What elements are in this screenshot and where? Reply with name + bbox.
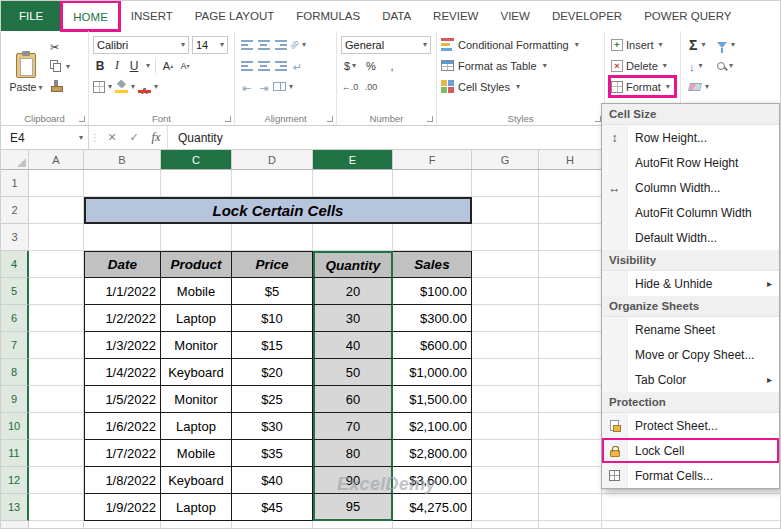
conditional-formatting-button[interactable]: Conditional Formatting: [441, 34, 600, 55]
cell-G1[interactable]: [472, 170, 539, 197]
cell-A3[interactable]: [29, 224, 84, 251]
table-cell-E6[interactable]: 30: [313, 305, 393, 332]
cell-D1[interactable]: [232, 170, 313, 197]
sort-filter-button[interactable]: [713, 34, 739, 55]
table-cell-C5[interactable]: Mobile: [161, 278, 232, 305]
cell-H10[interactable]: [539, 413, 602, 440]
cell-H7[interactable]: [539, 332, 602, 359]
table-cell-E9[interactable]: 60: [313, 386, 393, 413]
cell-C3[interactable]: [161, 224, 232, 251]
number-format-select[interactable]: General: [341, 36, 431, 54]
table-header-price[interactable]: Price: [232, 251, 313, 278]
cell-H4[interactable]: [539, 251, 602, 278]
table-header-sales[interactable]: Sales: [393, 251, 472, 278]
decrease-font-size-button[interactable]: [178, 57, 192, 75]
borders-button[interactable]: [93, 78, 112, 96]
dialog-launcher-icon[interactable]: [225, 116, 231, 122]
menu-item-default-width[interactable]: Default Width...: [602, 225, 779, 250]
decrease-indent-button[interactable]: [239, 78, 254, 96]
row-header-2[interactable]: 2: [1, 197, 29, 224]
font-name-select[interactable]: Calibri: [93, 36, 189, 54]
table-cell-D10[interactable]: $30: [232, 413, 313, 440]
column-header-E[interactable]: E: [313, 150, 393, 169]
align-bottom-button[interactable]: [273, 36, 288, 54]
paste-button[interactable]: Paste: [5, 34, 47, 112]
clear-button[interactable]: [685, 76, 713, 97]
insert-button[interactable]: Insert: [609, 34, 676, 55]
tab-home[interactable]: HOME: [61, 1, 120, 31]
table-cell-E8[interactable]: 50: [313, 359, 393, 386]
align-middle-button[interactable]: [256, 36, 271, 54]
table-cell-D13[interactable]: $45: [232, 494, 313, 521]
table-cell-C8[interactable]: Keyboard: [161, 359, 232, 386]
cancel-icon[interactable]: ✕: [101, 126, 123, 149]
cell-H9[interactable]: [539, 386, 602, 413]
table-cell-D12[interactable]: $40: [232, 467, 313, 494]
decrease-decimal-button[interactable]: .00: [362, 78, 380, 96]
cell-E3[interactable]: [313, 224, 393, 251]
cell-G11[interactable]: [472, 440, 539, 467]
table-cell-F8[interactable]: $1,000.00: [393, 359, 472, 386]
cell-H6[interactable]: [539, 305, 602, 332]
cut-button[interactable]: ✂: [47, 38, 83, 57]
tab-insert[interactable]: INSERT: [120, 1, 184, 31]
dialog-launcher-icon[interactable]: [427, 116, 433, 122]
cell-G12[interactable]: [472, 467, 539, 494]
title-cell[interactable]: Lock Certain Cells: [84, 197, 472, 224]
copy-button[interactable]: [47, 57, 83, 76]
table-cell-E10[interactable]: 70: [313, 413, 393, 440]
cell-G13[interactable]: [472, 494, 539, 521]
cell-H12[interactable]: [539, 467, 602, 494]
table-cell-C6[interactable]: Laptop: [161, 305, 232, 332]
table-cell-B5[interactable]: 1/1/2022: [84, 278, 161, 305]
tab-view[interactable]: VIEW: [489, 1, 540, 31]
row-header-4[interactable]: 4: [1, 251, 29, 278]
row-header-6[interactable]: 6: [1, 305, 29, 332]
cell-E1[interactable]: [313, 170, 393, 197]
tab-data[interactable]: DATA: [371, 1, 422, 31]
tab-developer[interactable]: DEVELOPER: [541, 1, 633, 31]
dialog-launcher-icon[interactable]: [327, 116, 333, 122]
row-header-7[interactable]: 7: [1, 332, 29, 359]
menu-item-hide-unhide[interactable]: Hide & Unhide▸: [602, 271, 779, 296]
table-cell-F11[interactable]: $2,800.00: [393, 440, 472, 467]
cell-Ex[interactable]: [313, 521, 393, 529]
cell-H13[interactable]: [539, 494, 602, 521]
cell-A4[interactable]: [29, 251, 84, 278]
tab-file[interactable]: FILE: [1, 1, 61, 31]
cell-G2[interactable]: [472, 197, 539, 224]
cell-F1[interactable]: [393, 170, 472, 197]
fill-color-button[interactable]: [115, 78, 135, 96]
format-button[interactable]: Format: [609, 76, 676, 97]
cell-A2[interactable]: [29, 197, 84, 224]
cell-H2[interactable]: [539, 197, 602, 224]
increase-font-size-button[interactable]: [161, 57, 175, 75]
dialog-launcher-icon[interactable]: [79, 116, 85, 122]
row-header-11[interactable]: 11: [1, 440, 29, 467]
insert-function-icon[interactable]: fx: [145, 126, 167, 149]
font-color-button[interactable]: [138, 78, 158, 96]
row-header-13[interactable]: 13: [1, 494, 29, 521]
cell-A10[interactable]: [29, 413, 84, 440]
table-cell-B11[interactable]: 1/7/2022: [84, 440, 161, 467]
menu-item-autofit-row-height[interactable]: AutoFit Row Height: [602, 150, 779, 175]
table-header-quantity[interactable]: Quantity: [313, 251, 393, 278]
align-center-button[interactable]: [256, 57, 271, 75]
table-cell-F13[interactable]: $4,275.00: [393, 494, 472, 521]
wrap-text-button[interactable]: [290, 57, 305, 75]
cell-G9[interactable]: [472, 386, 539, 413]
cell-A13[interactable]: [29, 494, 84, 521]
cell-H3[interactable]: [539, 224, 602, 251]
table-header-product[interactable]: Product: [161, 251, 232, 278]
cell-G8[interactable]: [472, 359, 539, 386]
cell-A7[interactable]: [29, 332, 84, 359]
table-cell-E13[interactable]: 95: [313, 494, 393, 521]
menu-item-protect-sheet[interactable]: Protect Sheet...: [602, 413, 779, 438]
menu-item-row-height[interactable]: ↕Row Height...: [602, 125, 779, 150]
cell-G5[interactable]: [472, 278, 539, 305]
cell-A1[interactable]: [29, 170, 84, 197]
table-cell-D9[interactable]: $25: [232, 386, 313, 413]
column-header-A[interactable]: A: [29, 150, 84, 169]
cell-Ax[interactable]: [29, 521, 84, 529]
cell-Hx[interactable]: [539, 521, 602, 529]
